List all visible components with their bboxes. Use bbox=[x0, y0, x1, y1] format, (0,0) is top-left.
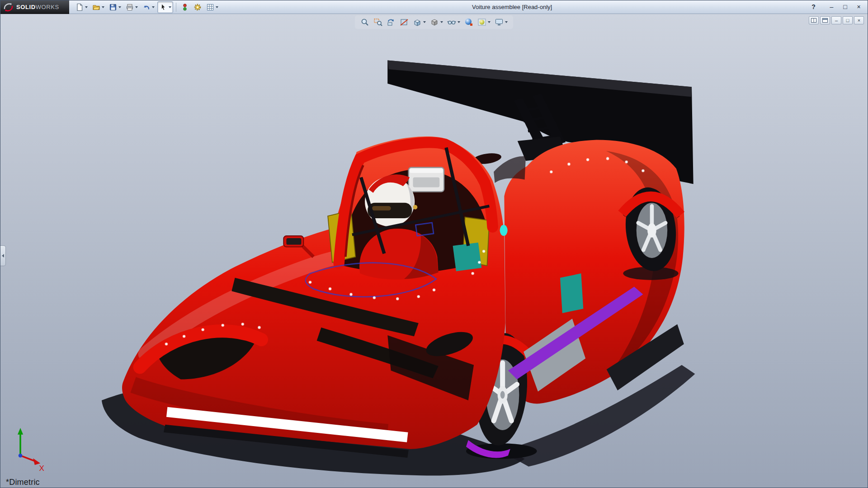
save-icon bbox=[109, 3, 117, 11]
teal-side-window bbox=[560, 273, 583, 313]
edit-appearance-icon bbox=[464, 18, 473, 27]
display-style-button[interactable] bbox=[429, 16, 444, 28]
undo-button[interactable] bbox=[141, 1, 156, 13]
dropdown-caret[interactable] bbox=[169, 6, 171, 8]
document-minimize-icon: – bbox=[835, 18, 838, 23]
apply-scene-icon bbox=[477, 18, 486, 27]
document-minimize-button[interactable]: – bbox=[831, 16, 841, 24]
section-view-button[interactable] bbox=[398, 16, 410, 28]
zoom-to-fit-button[interactable] bbox=[359, 16, 371, 28]
pane-full-button[interactable] bbox=[820, 16, 830, 24]
close-icon: × bbox=[857, 4, 860, 10]
orientation-triad: X bbox=[18, 428, 45, 473]
brand-text: SOLIDWORKS bbox=[16, 4, 59, 10]
section-view-icon bbox=[400, 18, 409, 27]
dropdown-caret[interactable] bbox=[135, 6, 138, 8]
hide-show-items-icon bbox=[447, 18, 456, 27]
new-document-icon bbox=[75, 3, 84, 11]
edit-appearance-button[interactable] bbox=[463, 16, 475, 28]
minimize-button[interactable]: – bbox=[826, 2, 838, 12]
rebuild-icon bbox=[181, 3, 189, 11]
window-controls: ? – □ × bbox=[807, 2, 865, 12]
view-settings-button[interactable] bbox=[493, 16, 509, 28]
toolbar-separator bbox=[176, 3, 176, 12]
view-settings-icon bbox=[495, 18, 504, 27]
select-button[interactable] bbox=[157, 1, 173, 13]
maximize-icon: □ bbox=[843, 4, 847, 10]
dropdown-caret[interactable] bbox=[505, 21, 508, 23]
main-toolbar bbox=[74, 1, 220, 13]
view-orientation-label: *Dimetric bbox=[6, 478, 40, 487]
help-button[interactable]: ? bbox=[807, 2, 820, 12]
pane-split-icon bbox=[811, 18, 816, 23]
document-close-icon: × bbox=[858, 18, 860, 23]
heads-up-toolbar bbox=[355, 15, 513, 29]
apply-scene-button[interactable] bbox=[476, 16, 492, 28]
options-button[interactable] bbox=[192, 1, 203, 13]
hide-show-items-button[interactable] bbox=[446, 16, 462, 28]
print-icon bbox=[126, 3, 134, 11]
solidworks-window: SOLIDWORKS bbox=[0, 0, 868, 488]
rebuild-button[interactable] bbox=[179, 1, 191, 13]
document-restore-icon: □ bbox=[846, 18, 849, 23]
collapse-arrow-icon bbox=[2, 254, 4, 258]
view-orientation-button[interactable] bbox=[411, 16, 427, 28]
dropdown-caret[interactable] bbox=[102, 6, 104, 8]
pane-split-button[interactable] bbox=[809, 16, 819, 24]
dropdown-caret[interactable] bbox=[85, 6, 88, 8]
zoom-to-area-button[interactable] bbox=[372, 16, 384, 28]
dropdown-caret[interactable] bbox=[216, 6, 218, 8]
pane-full-icon bbox=[822, 18, 828, 23]
dropdown-caret[interactable] bbox=[423, 21, 426, 23]
solidworks-logo: SOLIDWORKS bbox=[0, 0, 69, 14]
document-window-controls: – □ × bbox=[809, 16, 864, 24]
previous-view-button[interactable] bbox=[385, 16, 397, 28]
triad-x-label: X bbox=[39, 464, 45, 473]
document-restore-button[interactable]: □ bbox=[843, 16, 853, 24]
minimize-icon: – bbox=[830, 4, 834, 10]
zoom-to-area-icon bbox=[373, 18, 382, 27]
view-orientation-cube-icon bbox=[413, 18, 422, 27]
graphics-viewport[interactable]: X bbox=[0, 14, 868, 488]
dropdown-caret[interactable] bbox=[458, 21, 460, 23]
dropdown-caret[interactable] bbox=[118, 6, 121, 8]
previous-view-icon bbox=[387, 18, 396, 27]
dropdown-caret[interactable] bbox=[488, 21, 491, 23]
print-button[interactable] bbox=[124, 1, 140, 13]
maximize-button[interactable]: □ bbox=[839, 2, 851, 12]
teal-door-window bbox=[453, 243, 482, 272]
cyan-marker bbox=[500, 225, 508, 236]
document-close-button[interactable]: × bbox=[854, 16, 864, 24]
new-document-button[interactable] bbox=[74, 1, 90, 13]
select-cursor-icon bbox=[159, 3, 167, 11]
view-grid-icon bbox=[206, 3, 214, 11]
options-gear-icon bbox=[193, 3, 202, 11]
panel-collapse-tab[interactable] bbox=[0, 245, 6, 266]
solidworks-logo-mark bbox=[3, 2, 14, 12]
zoom-to-fit-icon bbox=[360, 18, 369, 27]
close-button[interactable]: × bbox=[853, 2, 865, 12]
car-model bbox=[102, 61, 695, 476]
titlebar: SOLIDWORKS bbox=[0, 0, 868, 14]
dropdown-caret[interactable] bbox=[440, 21, 443, 23]
dropdown-caret[interactable] bbox=[152, 6, 155, 8]
model-scene: X bbox=[0, 14, 868, 488]
save-button[interactable] bbox=[107, 1, 123, 13]
open-button[interactable] bbox=[90, 1, 106, 13]
display-style-icon bbox=[430, 18, 439, 27]
open-folder-icon bbox=[92, 3, 100, 11]
help-icon: ? bbox=[811, 4, 816, 10]
intake-box bbox=[409, 168, 444, 192]
view-grid-button[interactable] bbox=[204, 1, 220, 13]
window-title: Voiture assemblee [Read-only] bbox=[472, 4, 552, 10]
undo-icon bbox=[142, 3, 151, 11]
